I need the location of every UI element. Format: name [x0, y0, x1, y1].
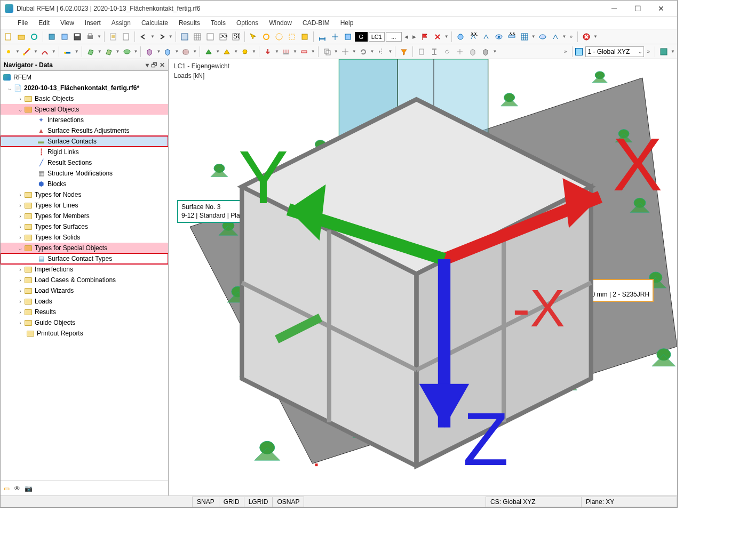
tree-loadcases[interactable]: ›Load Cases & Combinations — [1, 275, 168, 285]
node-icon[interactable] — [3, 46, 14, 58]
tree-result-sections[interactable]: ╱Result Sections — [1, 157, 168, 168]
tree-structure-mods[interactable]: ▦Structure Modifications — [1, 168, 168, 179]
open-icon[interactable] — [15, 31, 27, 43]
nav-tab1-icon[interactable]: ▭ — [4, 485, 10, 492]
app-icon — [5, 4, 13, 13]
member-icon[interactable] — [62, 46, 74, 58]
nav-tab2-icon[interactable]: 👁 — [14, 485, 20, 492]
menu-calculate[interactable]: Calculate — [136, 18, 173, 28]
tree-imperfections[interactable]: ›Imperfections — [1, 264, 168, 275]
menu-options[interactable]: Options — [231, 18, 264, 28]
menu-window[interactable]: Window — [264, 18, 297, 28]
svg-rect-11 — [194, 34, 201, 40]
tree-root[interactable]: RFEM — [1, 72, 168, 83]
lc-prev-icon[interactable]: ◀ — [403, 34, 410, 39]
tree-surface-results-adj[interactable]: ▲Surface Results Adjustments — [1, 125, 168, 136]
nav-pop-icon[interactable]: 🗗 — [151, 61, 157, 69]
loadcase-selector[interactable]: G LC1 ... ◀ ▶ — [355, 32, 418, 42]
navigator-title: Navigator - Data — [4, 61, 53, 69]
tree-types-special-objects[interactable]: ⌵Types for Special Objects — [1, 243, 168, 253]
tree-file[interactable]: ⌵📄2020-10-13_Flächenkontakt_fertig.rf6* — [1, 83, 168, 93]
tree-load-wizards[interactable]: ›Load Wizards — [1, 285, 168, 296]
lc-group: G — [355, 32, 368, 42]
block-icon[interactable] — [46, 31, 58, 43]
navigator-footer: ▭ 👁 📷 — [1, 481, 168, 495]
surf2-icon[interactable] — [103, 46, 115, 58]
svg-text:Y: Y — [239, 135, 289, 219]
redo-icon[interactable] — [156, 31, 168, 43]
svg-text:xxx: xxx — [509, 33, 516, 37]
nav-pin-icon[interactable]: ▾ — [146, 61, 149, 69]
svg-text:SC: SC — [233, 33, 240, 40]
menu-assign[interactable]: Assign — [106, 18, 136, 28]
svg-rect-9 — [123, 34, 129, 40]
svg-text:xxx: xxx — [471, 33, 478, 37]
svg-rect-19 — [289, 34, 295, 39]
tree-types-nodes[interactable]: ›Types for Nodes — [1, 189, 168, 200]
menu-icon — [3, 19, 10, 27]
svg-rect-10 — [181, 34, 188, 40]
navigator-tree[interactable]: RFEM ⌵📄2020-10-13_Flächenkontakt_fertig.… — [1, 71, 168, 481]
tree-printout-reports[interactable]: Printout Reports — [1, 328, 168, 339]
axis-gizmo[interactable]: X Y Z — [190, 41, 678, 477]
refresh-icon[interactable] — [28, 31, 40, 43]
tree-surface-contacts[interactable]: ▬Surface Contacts — [1, 136, 168, 147]
window-title: Dlubal RFEM | 6.02.0023 | 2020-10-13_Flä… — [17, 5, 602, 12]
viewport-3d[interactable]: LC1 - Eigengewicht Loads [kN] Surface No… — [169, 59, 677, 495]
solid1-icon[interactable] — [144, 46, 155, 58]
menu-bar: File Edit View Insert Assign Calculate R… — [1, 17, 677, 29]
svg-text:>>: >> — [220, 33, 227, 40]
report-icon[interactable] — [107, 31, 119, 43]
print-icon[interactable] — [84, 31, 96, 43]
svg-rect-28 — [521, 34, 528, 40]
maximize-button[interactable]: ☐ — [626, 1, 649, 16]
svg-rect-21 — [345, 34, 351, 39]
menu-view[interactable]: View — [55, 18, 80, 28]
line-icon[interactable] — [21, 46, 33, 58]
tree-types-surfaces[interactable]: ›Types for Surfaces — [1, 221, 168, 232]
tree-rigid-links[interactable]: ┋Rigid Links — [1, 147, 168, 157]
menu-file[interactable]: File — [12, 18, 33, 28]
menu-help[interactable]: Help — [335, 18, 359, 28]
menu-cadbim[interactable]: CAD-BIM — [297, 18, 335, 28]
tree-basic-objects[interactable]: ›Basic Objects — [1, 93, 168, 104]
svg-marker-121 — [419, 384, 469, 428]
table1-icon[interactable] — [179, 31, 190, 43]
svg-point-25 — [498, 36, 500, 38]
menu-edit[interactable]: Edit — [33, 18, 55, 28]
new-icon[interactable] — [3, 31, 14, 43]
nav-tab3-icon[interactable]: 📷 — [25, 485, 33, 492]
solid2-icon[interactable] — [162, 46, 173, 58]
tree-results[interactable]: ›Results — [1, 307, 168, 317]
menu-tools[interactable]: Tools — [205, 18, 231, 28]
minimize-button[interactable]: ─ — [602, 1, 626, 16]
page-icon[interactable] — [120, 31, 132, 43]
svg-point-33 — [28, 48, 30, 50]
tree-special-objects[interactable]: ⌵Special Objects — [1, 104, 168, 115]
close-button[interactable]: ✕ — [649, 1, 673, 16]
cube-icon[interactable] — [59, 31, 70, 43]
lc-next-icon[interactable]: ▶ — [411, 34, 418, 39]
svg-rect-7 — [89, 34, 92, 36]
svg-rect-20 — [302, 34, 307, 39]
svg-marker-119 — [288, 185, 325, 241]
save-icon[interactable] — [71, 31, 83, 43]
menu-insert[interactable]: Insert — [80, 18, 106, 28]
undo-icon[interactable] — [138, 31, 149, 43]
menu-results[interactable]: Results — [173, 18, 205, 28]
surf1-icon[interactable] — [85, 46, 97, 58]
tree-types-lines[interactable]: ›Types for Lines — [1, 200, 168, 211]
lc-more[interactable]: ... — [386, 32, 402, 42]
svg-point-1 — [31, 34, 37, 39]
tree-blocks[interactable]: ⬢Blocks — [1, 179, 168, 189]
toolbar-more-icon[interactable]: » — [568, 34, 575, 39]
tree-types-members[interactable]: ›Types for Members — [1, 211, 168, 221]
tree-types-solids[interactable]: ›Types for Solids — [1, 232, 168, 243]
tree-loads[interactable]: ›Loads — [1, 296, 168, 307]
arc-icon[interactable] — [39, 46, 51, 58]
surf3-icon[interactable] — [121, 46, 133, 58]
lc-name: LC1 — [369, 32, 385, 42]
tree-surface-contact-types[interactable]: ▤Surface Contact Types — [1, 253, 168, 264]
tree-intersections[interactable]: ✦Intersections — [1, 115, 168, 125]
tree-guide-objects[interactable]: ›Guide Objects — [1, 317, 168, 328]
